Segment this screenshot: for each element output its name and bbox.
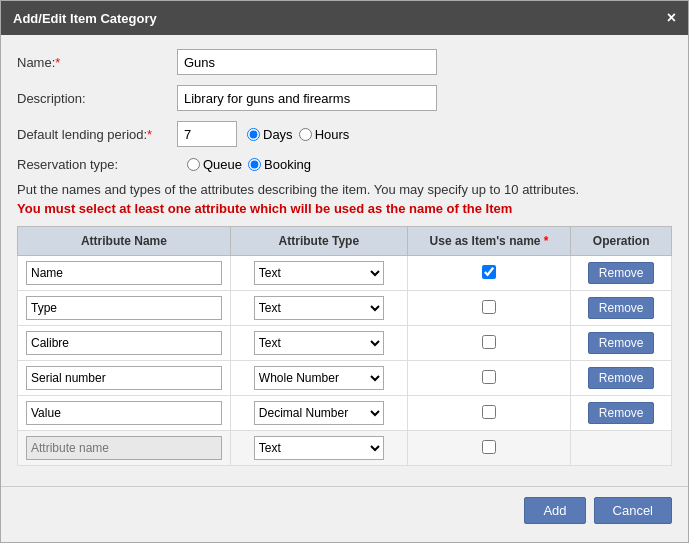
item-name-checkbox[interactable] [482,370,496,384]
col-attribute-name: Attribute Name [18,227,231,256]
queue-radio[interactable] [187,158,200,171]
attr-type-select-empty[interactable]: TextWhole NumberDecimal NumberDateYes/No [254,436,384,460]
item-name-checkbox[interactable] [482,405,496,419]
remove-button[interactable]: Remove [588,402,655,424]
attr-type-select[interactable]: TextWhole NumberDecimal NumberDateYes/No [254,296,384,320]
attr-name-input[interactable] [26,296,222,320]
days-radio-label[interactable]: Days [247,127,293,142]
remove-button[interactable]: Remove [588,262,655,284]
table-header-row: Attribute Name Attribute Type Use as Ite… [18,227,672,256]
attr-type-select[interactable]: TextWhole NumberDecimal NumberDateYes/No [254,331,384,355]
attr-name-input[interactable] [26,261,222,285]
col-item-name: Use as Item's name * [407,227,571,256]
name-label: Name:* [17,55,177,70]
item-name-checkbox[interactable] [482,335,496,349]
warning-text: You must select at least one attribute w… [17,201,672,216]
attr-type-select[interactable]: TextWhole NumberDecimal NumberDateYes/No [254,401,384,425]
dialog-title-bar: Add/Edit Item Category × [1,1,688,35]
lending-input[interactable] [177,121,237,147]
reservation-row: Reservation type: Queue Booking [17,157,672,172]
remove-button[interactable]: Remove [588,367,655,389]
description-row: Description: [17,85,672,111]
attr-name-input[interactable] [26,401,222,425]
item-name-checkbox-empty[interactable] [482,440,496,454]
col-attribute-type: Attribute Type [230,227,407,256]
days-radio[interactable] [247,128,260,141]
info-text: Put the names and types of the attribute… [17,182,672,197]
attr-name-input-empty[interactable] [26,436,222,460]
remove-button[interactable]: Remove [588,297,655,319]
item-name-checkbox[interactable] [482,265,496,279]
remove-button[interactable]: Remove [588,332,655,354]
attr-type-select[interactable]: TextWhole NumberDecimal NumberDateYes/No [254,366,384,390]
description-label: Description: [17,91,177,106]
table-row: TextWhole NumberDecimal NumberDateYes/No… [18,361,672,396]
table-row: TextWhole NumberDecimal NumberDateYes/No… [18,396,672,431]
hours-radio-label[interactable]: Hours [299,127,350,142]
table-row: TextWhole NumberDecimal NumberDateYes/No… [18,326,672,361]
table-row: TextWhole NumberDecimal NumberDateYes/No… [18,256,672,291]
col-operation: Operation [571,227,672,256]
table-row-empty: TextWhole NumberDecimal NumberDateYes/No [18,431,672,466]
reservation-radio-group: Queue Booking [187,157,311,172]
booking-radio[interactable] [248,158,261,171]
lending-label: Default lending period:* [17,127,177,142]
hours-radio[interactable] [299,128,312,141]
name-input[interactable] [177,49,437,75]
queue-radio-label[interactable]: Queue [187,157,242,172]
add-edit-dialog: Add/Edit Item Category × Name:* Descript… [0,0,689,543]
add-button[interactable]: Add [524,497,585,524]
attr-type-select[interactable]: TextWhole NumberDecimal NumberDateYes/No [254,261,384,285]
cancel-button[interactable]: Cancel [594,497,672,524]
dialog-body: Name:* Description: Default lending peri… [1,35,688,480]
name-row: Name:* [17,49,672,75]
lending-row: Default lending period:* Days Hours [17,121,672,147]
dialog-footer: Add Cancel [1,486,688,534]
attributes-table: Attribute Name Attribute Type Use as Ite… [17,226,672,466]
dialog-title-text: Add/Edit Item Category [13,11,157,26]
close-button[interactable]: × [667,9,676,27]
attr-name-input[interactable] [26,331,222,355]
period-radio-group: Days Hours [247,127,349,142]
booking-radio-label[interactable]: Booking [248,157,311,172]
table-row: TextWhole NumberDecimal NumberDateYes/No… [18,291,672,326]
description-input[interactable] [177,85,437,111]
attr-name-input[interactable] [26,366,222,390]
reservation-label: Reservation type: [17,157,177,172]
item-name-checkbox[interactable] [482,300,496,314]
